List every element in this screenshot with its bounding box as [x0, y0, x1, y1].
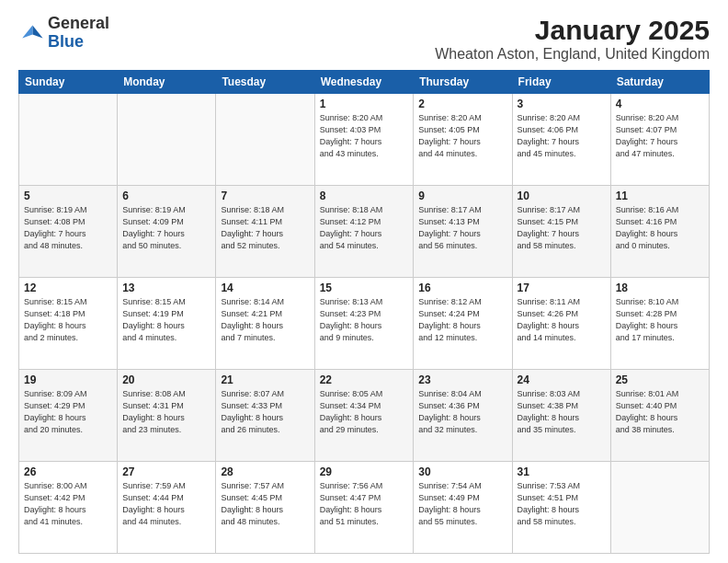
day-number: 19	[24, 373, 112, 386]
day-info: Sunrise: 7:59 AM Sunset: 4:44 PM Dayligh…	[122, 480, 210, 528]
day-info: Sunrise: 8:15 AM Sunset: 4:18 PM Dayligh…	[24, 296, 112, 344]
weekday-header-tuesday: Tuesday	[216, 71, 314, 94]
day-info: Sunrise: 7:56 AM Sunset: 4:47 PM Dayligh…	[320, 480, 409, 528]
day-number: 16	[418, 282, 506, 294]
day-cell: 12Sunrise: 8:15 AM Sunset: 4:18 PM Dayli…	[19, 278, 118, 370]
day-cell: 29Sunrise: 7:56 AM Sunset: 4:47 PM Dayli…	[314, 462, 414, 554]
week-row-4: 19Sunrise: 8:09 AM Sunset: 4:29 PM Dayli…	[19, 370, 710, 462]
day-info: Sunrise: 8:17 AM Sunset: 4:13 PM Dayligh…	[418, 204, 506, 252]
day-cell: 22Sunrise: 8:05 AM Sunset: 4:34 PM Dayli…	[314, 370, 414, 462]
day-cell	[19, 94, 118, 186]
day-cell: 27Sunrise: 7:59 AM Sunset: 4:44 PM Dayli…	[118, 462, 216, 554]
day-number: 18	[616, 282, 704, 294]
day-info: Sunrise: 8:04 AM Sunset: 4:36 PM Dayligh…	[418, 388, 506, 436]
day-info: Sunrise: 7:57 AM Sunset: 4:45 PM Dayligh…	[221, 480, 309, 528]
day-number: 12	[24, 282, 112, 294]
day-number: 8	[320, 190, 409, 202]
day-number: 6	[122, 190, 210, 202]
day-number: 22	[320, 373, 409, 386]
day-cell: 16Sunrise: 8:12 AM Sunset: 4:24 PM Dayli…	[414, 278, 512, 370]
day-number: 13	[122, 282, 210, 294]
day-cell: 14Sunrise: 8:14 AM Sunset: 4:21 PM Dayli…	[216, 278, 314, 370]
day-cell: 23Sunrise: 8:04 AM Sunset: 4:36 PM Dayli…	[414, 370, 512, 462]
day-info: Sunrise: 8:14 AM Sunset: 4:21 PM Dayligh…	[221, 296, 309, 344]
day-info: Sunrise: 7:53 AM Sunset: 4:51 PM Dayligh…	[518, 480, 606, 528]
day-cell	[118, 94, 216, 186]
day-info: Sunrise: 8:13 AM Sunset: 4:23 PM Dayligh…	[320, 296, 409, 344]
day-number: 15	[320, 282, 409, 294]
week-row-3: 12Sunrise: 8:15 AM Sunset: 4:18 PM Dayli…	[19, 278, 710, 370]
day-number: 2	[418, 98, 506, 110]
day-number: 23	[418, 373, 506, 386]
day-info: Sunrise: 8:18 AM Sunset: 4:12 PM Dayligh…	[320, 204, 409, 252]
logo-text: General Blue	[48, 15, 109, 52]
day-cell: 30Sunrise: 7:54 AM Sunset: 4:49 PM Dayli…	[414, 462, 512, 554]
day-cell: 1Sunrise: 8:20 AM Sunset: 4:03 PM Daylig…	[314, 94, 414, 186]
day-cell: 9Sunrise: 8:17 AM Sunset: 4:13 PM Daylig…	[414, 186, 512, 278]
logo-icon	[18, 20, 44, 46]
day-cell: 11Sunrise: 8:16 AM Sunset: 4:16 PM Dayli…	[610, 186, 709, 278]
day-number: 3	[518, 98, 606, 110]
page: General Blue January 2025 Wheaton Aston,…	[0, 0, 728, 563]
day-number: 31	[518, 465, 606, 478]
logo: General Blue	[18, 15, 109, 52]
day-info: Sunrise: 8:11 AM Sunset: 4:26 PM Dayligh…	[518, 296, 606, 344]
day-info: Sunrise: 8:00 AM Sunset: 4:42 PM Dayligh…	[24, 480, 112, 528]
day-cell: 3Sunrise: 8:20 AM Sunset: 4:06 PM Daylig…	[512, 94, 610, 186]
day-number: 20	[122, 373, 210, 386]
calendar: SundayMondayTuesdayWednesdayThursdayFrid…	[18, 70, 710, 554]
day-cell: 19Sunrise: 8:09 AM Sunset: 4:29 PM Dayli…	[19, 370, 118, 462]
day-cell: 6Sunrise: 8:19 AM Sunset: 4:09 PM Daylig…	[118, 186, 216, 278]
day-number: 14	[221, 282, 309, 294]
day-number: 4	[616, 98, 704, 110]
weekday-header-thursday: Thursday	[414, 71, 512, 94]
day-number: 28	[221, 465, 309, 478]
day-number: 26	[24, 465, 112, 478]
day-cell: 15Sunrise: 8:13 AM Sunset: 4:23 PM Dayli…	[314, 278, 414, 370]
day-cell: 24Sunrise: 8:03 AM Sunset: 4:38 PM Dayli…	[512, 370, 610, 462]
day-cell: 2Sunrise: 8:20 AM Sunset: 4:05 PM Daylig…	[414, 94, 512, 186]
month-title: January 2025	[435, 15, 710, 46]
day-info: Sunrise: 8:01 AM Sunset: 4:40 PM Dayligh…	[616, 388, 704, 436]
day-number: 21	[221, 373, 309, 386]
logo-blue: Blue	[48, 32, 84, 51]
day-cell: 18Sunrise: 8:10 AM Sunset: 4:28 PM Dayli…	[610, 278, 709, 370]
day-cell: 26Sunrise: 8:00 AM Sunset: 4:42 PM Dayli…	[19, 462, 118, 554]
day-info: Sunrise: 8:20 AM Sunset: 4:03 PM Dayligh…	[320, 112, 409, 160]
header: General Blue January 2025 Wheaton Aston,…	[18, 15, 710, 63]
day-info: Sunrise: 8:10 AM Sunset: 4:28 PM Dayligh…	[616, 296, 704, 344]
day-number: 11	[616, 190, 704, 202]
day-info: Sunrise: 8:20 AM Sunset: 4:05 PM Dayligh…	[418, 112, 506, 160]
day-info: Sunrise: 8:05 AM Sunset: 4:34 PM Dayligh…	[320, 388, 409, 436]
weekday-header-monday: Monday	[118, 71, 216, 94]
weekday-header-wednesday: Wednesday	[314, 71, 414, 94]
day-number: 27	[122, 465, 210, 478]
day-number: 7	[221, 190, 309, 202]
day-info: Sunrise: 8:03 AM Sunset: 4:38 PM Dayligh…	[518, 388, 606, 436]
day-info: Sunrise: 8:12 AM Sunset: 4:24 PM Dayligh…	[418, 296, 506, 344]
day-number: 25	[616, 373, 704, 386]
day-info: Sunrise: 8:20 AM Sunset: 4:06 PM Dayligh…	[518, 112, 606, 160]
day-info: Sunrise: 7:54 AM Sunset: 4:49 PM Dayligh…	[418, 480, 506, 528]
day-cell: 31Sunrise: 7:53 AM Sunset: 4:51 PM Dayli…	[512, 462, 610, 554]
day-info: Sunrise: 8:16 AM Sunset: 4:16 PM Dayligh…	[616, 204, 704, 252]
weekday-header-row: SundayMondayTuesdayWednesdayThursdayFrid…	[19, 71, 710, 94]
day-number: 24	[518, 373, 606, 386]
day-cell: 4Sunrise: 8:20 AM Sunset: 4:07 PM Daylig…	[610, 94, 709, 186]
title-block: January 2025 Wheaton Aston, England, Uni…	[435, 15, 710, 63]
day-cell	[216, 94, 314, 186]
weekday-header-sunday: Sunday	[19, 71, 118, 94]
day-info: Sunrise: 8:07 AM Sunset: 4:33 PM Dayligh…	[221, 388, 309, 436]
day-cell: 20Sunrise: 8:08 AM Sunset: 4:31 PM Dayli…	[118, 370, 216, 462]
day-cell: 10Sunrise: 8:17 AM Sunset: 4:15 PM Dayli…	[512, 186, 610, 278]
weekday-header-friday: Friday	[512, 71, 610, 94]
day-info: Sunrise: 8:18 AM Sunset: 4:11 PM Dayligh…	[221, 204, 309, 252]
day-cell: 5Sunrise: 8:19 AM Sunset: 4:08 PM Daylig…	[19, 186, 118, 278]
day-number: 10	[518, 190, 606, 202]
day-info: Sunrise: 8:15 AM Sunset: 4:19 PM Dayligh…	[122, 296, 210, 344]
day-number: 1	[320, 98, 409, 110]
day-info: Sunrise: 8:08 AM Sunset: 4:31 PM Dayligh…	[122, 388, 210, 436]
day-cell: 13Sunrise: 8:15 AM Sunset: 4:19 PM Dayli…	[118, 278, 216, 370]
day-info: Sunrise: 8:19 AM Sunset: 4:08 PM Dayligh…	[24, 204, 112, 252]
day-info: Sunrise: 8:17 AM Sunset: 4:15 PM Dayligh…	[518, 204, 606, 252]
